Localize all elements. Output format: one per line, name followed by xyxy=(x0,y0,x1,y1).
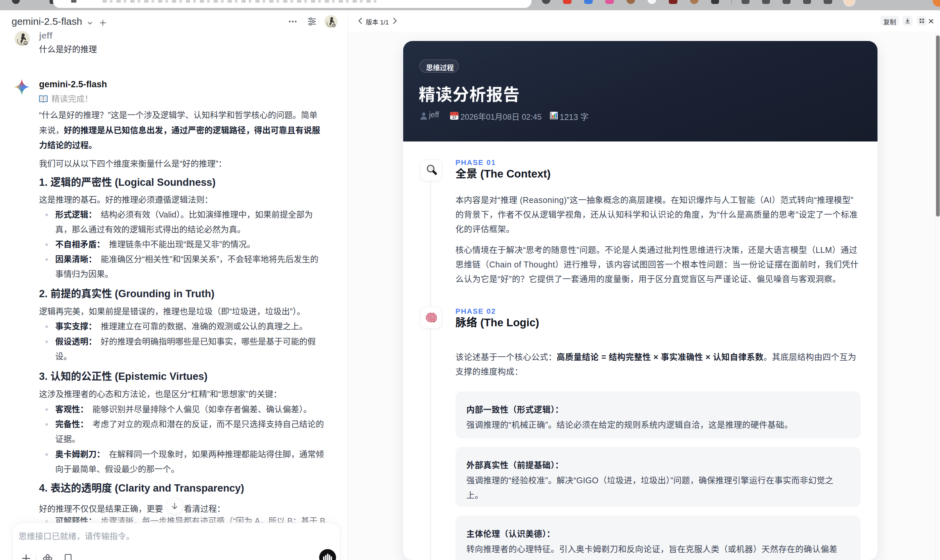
svg-text:17: 17 xyxy=(453,115,456,119)
svg-text:5: 5 xyxy=(333,24,335,26)
svg-text:5: 5 xyxy=(25,42,26,45)
